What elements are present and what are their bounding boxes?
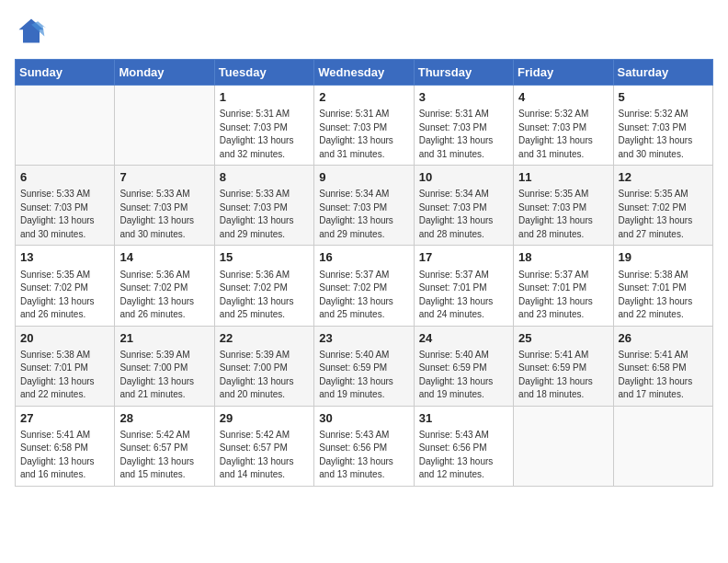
calendar-cell: 18Sunrise: 5:37 AM Sunset: 7:01 PM Dayli… <box>514 246 613 326</box>
calendar-cell: 26Sunrise: 5:41 AM Sunset: 6:58 PM Dayli… <box>613 326 712 406</box>
day-details: Sunrise: 5:41 AM Sunset: 6:58 PM Dayligh… <box>20 429 109 482</box>
calendar-cell: 3Sunrise: 5:31 AM Sunset: 7:03 PM Daylig… <box>414 86 513 166</box>
day-number: 14 <box>119 249 209 266</box>
day-details: Sunrise: 5:39 AM Sunset: 7:00 PM Dayligh… <box>220 349 309 402</box>
day-number: 13 <box>20 249 109 266</box>
day-number: 7 <box>119 169 209 186</box>
day-details: Sunrise: 5:43 AM Sunset: 6:56 PM Dayligh… <box>419 429 508 482</box>
calendar-cell: 10Sunrise: 5:34 AM Sunset: 7:03 PM Dayli… <box>414 166 513 246</box>
day-number: 25 <box>518 330 608 347</box>
day-number: 22 <box>220 330 309 347</box>
day-details: Sunrise: 5:40 AM Sunset: 6:59 PM Dayligh… <box>419 349 508 402</box>
day-details: Sunrise: 5:33 AM Sunset: 7:03 PM Dayligh… <box>20 188 109 241</box>
logo <box>15 15 53 48</box>
day-details: Sunrise: 5:38 AM Sunset: 7:01 PM Dayligh… <box>619 269 708 322</box>
calendar-week-row: 6Sunrise: 5:33 AM Sunset: 7:03 PM Daylig… <box>16 166 713 246</box>
calendar: SundayMondayTuesdayWednesdayThursdayFrid… <box>15 59 713 487</box>
day-number: 29 <box>220 410 309 427</box>
calendar-header-row: SundayMondayTuesdayWednesdayThursdayFrid… <box>16 60 713 86</box>
day-details: Sunrise: 5:32 AM Sunset: 7:03 PM Dayligh… <box>619 108 708 161</box>
day-details: Sunrise: 5:41 AM Sunset: 6:59 PM Dayligh… <box>518 349 608 402</box>
calendar-cell: 20Sunrise: 5:38 AM Sunset: 7:01 PM Dayli… <box>16 326 115 406</box>
day-details: Sunrise: 5:42 AM Sunset: 6:57 PM Dayligh… <box>220 429 309 482</box>
day-details: Sunrise: 5:38 AM Sunset: 7:01 PM Dayligh… <box>20 349 109 402</box>
day-details: Sunrise: 5:33 AM Sunset: 7:03 PM Dayligh… <box>220 188 309 241</box>
day-number: 17 <box>419 249 508 266</box>
day-details: Sunrise: 5:37 AM Sunset: 7:02 PM Dayligh… <box>319 269 408 322</box>
day-number: 16 <box>319 249 408 266</box>
calendar-cell: 9Sunrise: 5:34 AM Sunset: 7:03 PM Daylig… <box>314 166 414 246</box>
calendar-week-row: 13Sunrise: 5:35 AM Sunset: 7:02 PM Dayli… <box>16 246 713 326</box>
day-details: Sunrise: 5:34 AM Sunset: 7:03 PM Dayligh… <box>419 188 508 241</box>
calendar-cell: 24Sunrise: 5:40 AM Sunset: 6:59 PM Dayli… <box>414 326 513 406</box>
day-number: 11 <box>518 169 608 186</box>
day-number: 23 <box>319 330 408 347</box>
day-number: 15 <box>220 249 309 266</box>
calendar-cell: 23Sunrise: 5:40 AM Sunset: 6:59 PM Dayli… <box>314 326 414 406</box>
calendar-cell: 29Sunrise: 5:42 AM Sunset: 6:57 PM Dayli… <box>214 406 313 486</box>
day-number: 30 <box>319 410 408 427</box>
day-details: Sunrise: 5:35 AM Sunset: 7:02 PM Dayligh… <box>619 188 708 241</box>
day-header-sunday: Sunday <box>16 60 115 86</box>
calendar-cell: 30Sunrise: 5:43 AM Sunset: 6:56 PM Dayli… <box>314 406 414 486</box>
day-number: 10 <box>419 169 508 186</box>
day-number: 28 <box>119 410 209 427</box>
day-details: Sunrise: 5:36 AM Sunset: 7:02 PM Dayligh… <box>220 269 309 322</box>
calendar-week-row: 20Sunrise: 5:38 AM Sunset: 7:01 PM Dayli… <box>16 326 713 406</box>
day-header-wednesday: Wednesday <box>314 60 414 86</box>
calendar-cell: 13Sunrise: 5:35 AM Sunset: 7:02 PM Dayli… <box>16 246 115 326</box>
calendar-cell: 14Sunrise: 5:36 AM Sunset: 7:02 PM Dayli… <box>115 246 214 326</box>
day-number: 12 <box>619 169 708 186</box>
calendar-cell: 15Sunrise: 5:36 AM Sunset: 7:02 PM Dayli… <box>214 246 313 326</box>
day-details: Sunrise: 5:39 AM Sunset: 7:00 PM Dayligh… <box>119 349 209 402</box>
calendar-cell: 28Sunrise: 5:42 AM Sunset: 6:57 PM Dayli… <box>115 406 214 486</box>
day-details: Sunrise: 5:31 AM Sunset: 7:03 PM Dayligh… <box>319 108 408 161</box>
calendar-cell: 19Sunrise: 5:38 AM Sunset: 7:01 PM Dayli… <box>613 246 712 326</box>
calendar-cell: 17Sunrise: 5:37 AM Sunset: 7:01 PM Dayli… <box>414 246 513 326</box>
calendar-cell <box>115 86 214 166</box>
day-number: 27 <box>20 410 109 427</box>
day-details: Sunrise: 5:37 AM Sunset: 7:01 PM Dayligh… <box>518 269 608 322</box>
calendar-cell: 25Sunrise: 5:41 AM Sunset: 6:59 PM Dayli… <box>514 326 613 406</box>
calendar-cell: 6Sunrise: 5:33 AM Sunset: 7:03 PM Daylig… <box>16 166 115 246</box>
day-details: Sunrise: 5:31 AM Sunset: 7:03 PM Dayligh… <box>220 108 309 161</box>
calendar-cell: 16Sunrise: 5:37 AM Sunset: 7:02 PM Dayli… <box>314 246 414 326</box>
day-number: 31 <box>419 410 508 427</box>
calendar-cell <box>16 86 115 166</box>
page-header <box>15 15 713 48</box>
calendar-cell: 22Sunrise: 5:39 AM Sunset: 7:00 PM Dayli… <box>214 326 313 406</box>
day-number: 4 <box>518 89 608 106</box>
calendar-cell: 7Sunrise: 5:33 AM Sunset: 7:03 PM Daylig… <box>115 166 214 246</box>
day-details: Sunrise: 5:37 AM Sunset: 7:01 PM Dayligh… <box>419 269 508 322</box>
day-details: Sunrise: 5:35 AM Sunset: 7:02 PM Dayligh… <box>20 269 109 322</box>
day-number: 19 <box>619 249 708 266</box>
calendar-week-row: 1Sunrise: 5:31 AM Sunset: 7:03 PM Daylig… <box>16 86 713 166</box>
day-details: Sunrise: 5:35 AM Sunset: 7:03 PM Dayligh… <box>518 188 608 241</box>
calendar-cell: 31Sunrise: 5:43 AM Sunset: 6:56 PM Dayli… <box>414 406 513 486</box>
day-details: Sunrise: 5:42 AM Sunset: 6:57 PM Dayligh… <box>119 429 209 482</box>
day-details: Sunrise: 5:31 AM Sunset: 7:03 PM Dayligh… <box>419 108 508 161</box>
day-number: 8 <box>220 169 309 186</box>
day-number: 24 <box>419 330 508 347</box>
day-header-thursday: Thursday <box>414 60 513 86</box>
day-details: Sunrise: 5:34 AM Sunset: 7:03 PM Dayligh… <box>319 188 408 241</box>
calendar-cell: 21Sunrise: 5:39 AM Sunset: 7:00 PM Dayli… <box>115 326 214 406</box>
day-number: 6 <box>20 169 109 186</box>
calendar-cell: 2Sunrise: 5:31 AM Sunset: 7:03 PM Daylig… <box>314 86 414 166</box>
logo-icon <box>15 15 48 48</box>
calendar-cell <box>613 406 712 486</box>
calendar-cell: 27Sunrise: 5:41 AM Sunset: 6:58 PM Dayli… <box>16 406 115 486</box>
day-details: Sunrise: 5:43 AM Sunset: 6:56 PM Dayligh… <box>319 429 408 482</box>
day-number: 3 <box>419 89 508 106</box>
day-number: 21 <box>119 330 209 347</box>
day-details: Sunrise: 5:40 AM Sunset: 6:59 PM Dayligh… <box>319 349 408 402</box>
day-details: Sunrise: 5:32 AM Sunset: 7:03 PM Dayligh… <box>518 108 608 161</box>
calendar-cell: 8Sunrise: 5:33 AM Sunset: 7:03 PM Daylig… <box>214 166 313 246</box>
calendar-week-row: 27Sunrise: 5:41 AM Sunset: 6:58 PM Dayli… <box>16 406 713 486</box>
day-header-monday: Monday <box>115 60 214 86</box>
day-number: 26 <box>619 330 708 347</box>
day-number: 5 <box>619 89 708 106</box>
day-details: Sunrise: 5:33 AM Sunset: 7:03 PM Dayligh… <box>119 188 209 241</box>
day-details: Sunrise: 5:36 AM Sunset: 7:02 PM Dayligh… <box>119 269 209 322</box>
day-number: 9 <box>319 169 408 186</box>
